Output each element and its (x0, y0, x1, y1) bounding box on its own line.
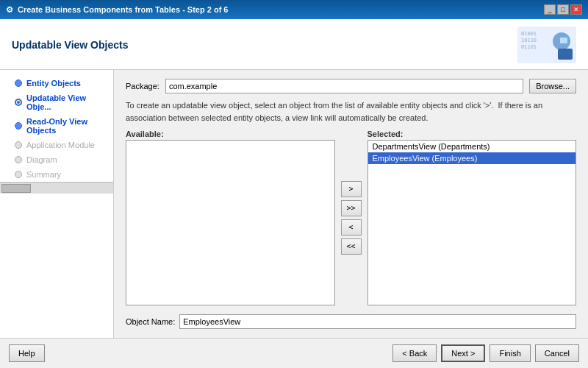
package-label: Package: (126, 82, 159, 91)
finish-button[interactable]: Finish (490, 344, 530, 362)
step-icon-readonly (15, 122, 22, 130)
selected-label: Selected: (368, 130, 577, 138)
dialog-footer: Help < Back Next > Finish Cancel (0, 338, 588, 368)
footer-right: < Back Next > Finish Cancel (392, 344, 579, 362)
step-icon-entity (15, 79, 22, 87)
title-bar-left: ⚙ Create Business Components from Tables… (6, 5, 228, 15)
next-button[interactable]: Next > (441, 344, 485, 362)
transfer-area: Available: > >> < << Selected: Departmen… (126, 130, 576, 305)
selected-item-employees[interactable]: EmployeesView (Employees) (368, 152, 576, 164)
sidebar-label-diagram: Diagram (26, 155, 57, 164)
close-button[interactable]: ✕ (570, 4, 582, 15)
sidebar-label-readonly: Read-Only View Objects (26, 117, 107, 135)
available-list[interactable] (126, 140, 335, 305)
app-icon: ⚙ (6, 5, 13, 15)
sidebar-scroll-thumb[interactable] (1, 184, 31, 193)
svg-text:01101: 01101 (521, 44, 537, 50)
help-button[interactable]: Help (9, 344, 45, 362)
object-name-row: Object Name: (126, 314, 576, 329)
dialog-header: Updatable View Objects 01001 10110 01101 (0, 19, 588, 70)
title-bar-controls[interactable]: _ □ ✕ (544, 4, 582, 15)
add-button[interactable]: > (341, 181, 362, 197)
svg-rect-6 (560, 38, 567, 43)
object-name-label: Object Name: (126, 317, 175, 326)
content-area: Entity Objects Updatable View Obje... Re… (0, 70, 588, 338)
selected-list[interactable]: DepartmentsView (Departments) EmployeesV… (368, 140, 577, 305)
package-row: Package: Browse... (126, 79, 576, 93)
sidebar-item-summary: Summary (0, 167, 113, 182)
svg-text:10110: 10110 (521, 38, 537, 43)
main-panel: To create an updatable view object, sele… (114, 70, 588, 338)
header-decoration-icon: 01001 10110 01101 (517, 26, 576, 63)
sidebar-item-readonly-view[interactable]: Read-Only View Objects (0, 114, 113, 138)
maximize-button[interactable]: □ (557, 4, 569, 15)
remove-button[interactable]: < (341, 219, 362, 236)
step-icon-updatable (15, 99, 22, 106)
browse-button[interactable]: Browse... (529, 79, 576, 93)
dialog: Updatable View Objects 01001 10110 01101… (0, 19, 588, 368)
step-icon-diagram (15, 156, 22, 163)
dialog-title: Updatable View Objects (12, 39, 128, 51)
selected-item-departments[interactable]: DepartmentsView (Departments) (368, 141, 576, 152)
header-graphic: 01001 10110 01101 (517, 26, 576, 63)
step-icon-summary (15, 171, 22, 178)
back-button[interactable]: < Back (392, 344, 437, 362)
description-text: To create an updatable view object, sele… (126, 99, 576, 124)
sidebar-item-diagram: Diagram (0, 152, 113, 167)
available-label: Available: (126, 130, 335, 138)
minimize-button[interactable]: _ (544, 4, 556, 15)
available-list-section: Available: (126, 130, 335, 305)
step-icon-app-module (15, 141, 22, 149)
sidebar-item-updatable-view[interactable]: Updatable View Obje... (0, 91, 113, 114)
svg-rect-5 (558, 49, 573, 60)
remove-all-button[interactable]: << (341, 238, 362, 255)
sidebar-label-summary: Summary (26, 170, 61, 179)
sidebar-label-entity: Entity Objects (26, 79, 81, 88)
sidebar: Entity Objects Updatable View Obje... Re… (0, 70, 114, 338)
transfer-buttons: > >> < << (338, 130, 365, 305)
cancel-button[interactable]: Cancel (535, 344, 579, 362)
title-bar-text: Create Business Components from Tables -… (18, 5, 228, 14)
add-all-button[interactable]: >> (341, 200, 362, 216)
selected-list-section: Selected: DepartmentsView (Departments) … (368, 130, 577, 305)
sidebar-label-app-module: Application Module (26, 141, 95, 149)
sidebar-label-updatable: Updatable View Obje... (26, 93, 107, 111)
object-name-input[interactable] (179, 314, 576, 329)
title-bar: ⚙ Create Business Components from Tables… (0, 0, 588, 19)
svg-text:01001: 01001 (521, 31, 537, 37)
sidebar-scrollbar[interactable] (0, 182, 113, 194)
package-input[interactable] (165, 79, 523, 93)
sidebar-item-entity-objects[interactable]: Entity Objects (0, 76, 113, 91)
sidebar-item-app-module: Application Module (0, 138, 113, 152)
